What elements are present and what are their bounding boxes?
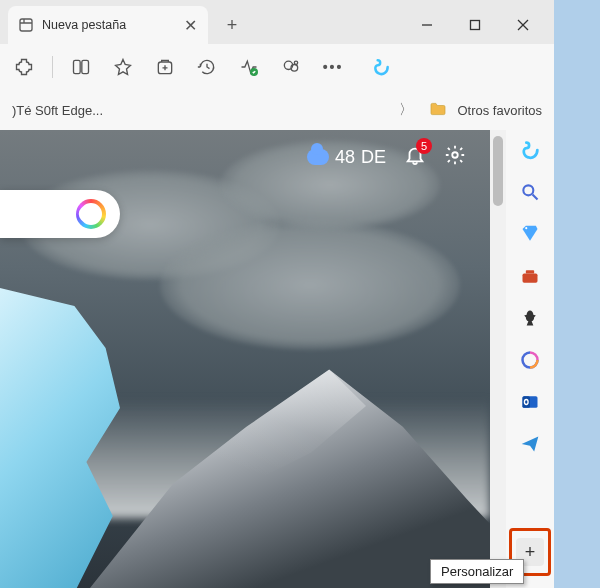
- weather-cloud-icon: [307, 149, 329, 165]
- sidebar-games-icon[interactable]: [518, 306, 542, 330]
- extensions-icon[interactable]: [10, 53, 38, 81]
- weather-widget[interactable]: 48 DE: [307, 147, 386, 168]
- svg-rect-19: [523, 396, 531, 408]
- scrollbar-thumb[interactable]: [493, 136, 503, 206]
- copilot-button[interactable]: [367, 53, 395, 81]
- new-tab-button[interactable]: +: [216, 9, 248, 41]
- search-box[interactable]: [0, 190, 120, 238]
- more-menu-button[interactable]: •••: [319, 53, 347, 81]
- tab-strip: Nueva pestaña ✕ +: [0, 0, 554, 44]
- svg-rect-2: [471, 21, 480, 30]
- tab-favicon: [18, 17, 34, 33]
- favorite-item[interactable]: )Té S0ft Edge...: [12, 103, 103, 118]
- weather-temp: 48: [335, 147, 355, 168]
- favorites-bar: )Té S0ft Edge... 〉 Otros favoritos: [0, 90, 554, 130]
- sidebar-search-icon[interactable]: [518, 180, 542, 204]
- svg-point-13: [523, 185, 533, 195]
- window-controls: [404, 9, 546, 41]
- svg-rect-0: [20, 19, 32, 31]
- new-tab-page: 48 DE 5: [0, 130, 490, 588]
- ntp-settings-button[interactable]: [444, 144, 466, 170]
- collections-icon[interactable]: [151, 53, 179, 81]
- sidebar-send-icon[interactable]: [518, 432, 542, 456]
- performance-icon[interactable]: [235, 53, 263, 81]
- svg-point-15: [525, 227, 527, 229]
- sidebar-shopping-icon[interactable]: [518, 222, 542, 246]
- split-screen-icon[interactable]: [67, 53, 95, 81]
- svg-point-12: [452, 152, 458, 158]
- svg-rect-16: [523, 274, 538, 283]
- maximize-button[interactable]: [452, 9, 498, 41]
- svg-rect-6: [82, 60, 89, 73]
- minimize-button[interactable]: [404, 9, 450, 41]
- favorites-overflow-chevron[interactable]: 〉: [393, 101, 419, 119]
- notification-badge: 5: [416, 138, 432, 154]
- tooltip: Personalizar: [430, 559, 524, 584]
- folder-icon: [429, 102, 447, 119]
- sidebar-copilot-icon[interactable]: [518, 138, 542, 162]
- sidebar-outlook-icon[interactable]: [518, 390, 542, 414]
- svg-point-11: [294, 61, 297, 64]
- ntp-header-widgets: 48 DE 5: [307, 144, 466, 170]
- tab-title: Nueva pestaña: [42, 18, 174, 32]
- close-window-button[interactable]: [500, 9, 546, 41]
- history-icon[interactable]: [193, 53, 221, 81]
- sidebar-m365-icon[interactable]: [518, 348, 542, 372]
- favorites-star-icon[interactable]: [109, 53, 137, 81]
- vertical-scrollbar[interactable]: [490, 130, 506, 588]
- browser-tab[interactable]: Nueva pestaña ✕: [8, 6, 208, 44]
- notifications-button[interactable]: 5: [404, 144, 426, 170]
- weather-unit: DE: [361, 147, 386, 168]
- toolbar-separator: [52, 56, 53, 78]
- svg-rect-5: [74, 60, 81, 73]
- other-favorites-button[interactable]: Otros favoritos: [457, 103, 542, 118]
- svg-line-14: [533, 195, 538, 200]
- drop-icon[interactable]: [277, 53, 305, 81]
- copilot-orb-icon: [76, 199, 106, 229]
- browser-toolbar: •••: [0, 44, 554, 90]
- tab-close-button[interactable]: ✕: [182, 16, 198, 35]
- svg-rect-17: [526, 270, 534, 273]
- edge-sidebar: +: [506, 130, 554, 588]
- sidebar-tools-icon[interactable]: [518, 264, 542, 288]
